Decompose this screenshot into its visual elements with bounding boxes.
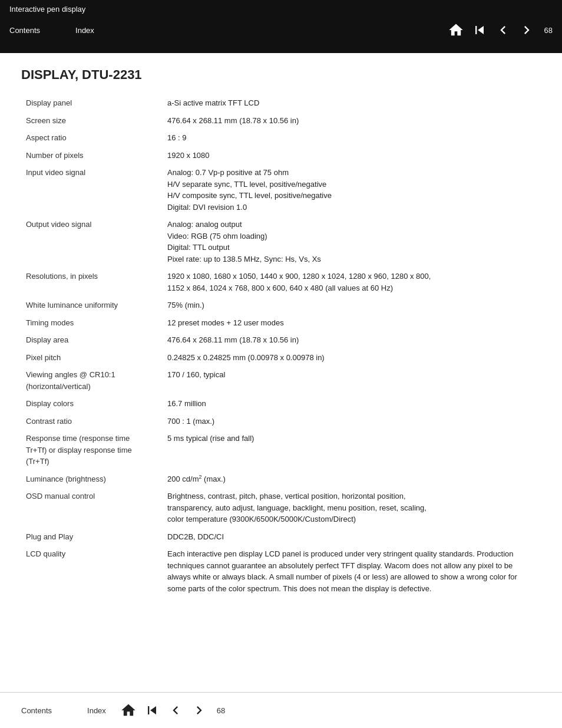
table-row: Resolutions, in pixels1920 x 1080, 1680 … <box>21 268 541 297</box>
spec-table: Display panela-Si active matrix TFT LCDS… <box>21 94 541 597</box>
spec-value: 700 : 1 (max.) <box>163 413 541 430</box>
header-title: Interactive pen display <box>9 5 553 14</box>
spec-label: Display area <box>21 331 163 349</box>
spec-value: Analog: analog outputVideo: RGB (75 ohm … <box>163 216 541 268</box>
spec-label: Timing modes <box>21 314 163 332</box>
header: Interactive pen display Contents Index <box>0 0 562 53</box>
spec-value: 16 : 9 <box>163 129 541 147</box>
spec-label: OSD manual control <box>21 487 163 528</box>
spec-label: Resolutions, in pixels <box>21 268 163 297</box>
table-row: Display colors16.7 million <box>21 395 541 413</box>
spec-label: LCD quality <box>21 545 163 597</box>
spec-value: a-Si active matrix TFT LCD <box>163 94 541 112</box>
spec-label: Contrast ratio <box>21 413 163 430</box>
table-row: OSD manual controlBrightness, contrast, … <box>21 487 541 528</box>
footer-page-number: 68 <box>217 706 225 715</box>
first-page-icon[interactable] <box>469 19 490 41</box>
spec-label: Luminance (brightness) <box>21 470 163 488</box>
spec-label: Screen size <box>21 112 163 130</box>
table-row: Output video signalAnalog: analog output… <box>21 216 541 268</box>
spec-label: Number of pixels <box>21 147 163 164</box>
table-row: Luminance (brightness)200 cd/m2 (max.) <box>21 470 541 488</box>
spec-label: Display panel <box>21 94 163 112</box>
spec-value: 476.64 x 268.11 mm (18.78 x 10.56 in) <box>163 112 541 130</box>
table-row: Response time (response timeTr+Tf) or di… <box>21 430 541 470</box>
spec-label: Display colors <box>21 395 163 413</box>
header-nav-links: Contents Index <box>9 26 94 35</box>
footer-next-page-icon[interactable] <box>189 700 210 721</box>
header-page-number: 68 <box>544 26 553 35</box>
prev-page-icon[interactable] <box>492 19 514 41</box>
spec-value: 0.24825 x 0.24825 mm (0.00978 x 0.00978 … <box>163 349 541 367</box>
spec-label: Input video signal <box>21 164 163 216</box>
table-row: Viewing angles @ CR10:1(horizontal/verti… <box>21 366 541 395</box>
table-row: White luminance uniformity75% (min.) <box>21 297 541 314</box>
table-row: Plug and PlayDDC2B, DDC/CI <box>21 528 541 546</box>
spec-value: Brightness, contrast, pitch, phase, vert… <box>163 487 541 528</box>
spec-label: Pixel pitch <box>21 349 163 367</box>
spec-value: 200 cd/m2 (max.) <box>163 470 541 488</box>
table-row: LCD qualityEach interactive pen display … <box>21 545 541 597</box>
table-row: Input video signalAnalog: 0.7 Vp-p posit… <box>21 164 541 216</box>
footer-prev-page-icon[interactable] <box>165 700 186 721</box>
page-heading: DISPLAY, DTU-2231 <box>21 67 541 83</box>
spec-value: 16.7 million <box>163 395 541 413</box>
spec-label: White luminance uniformity <box>21 297 163 314</box>
table-row: Contrast ratio700 : 1 (max.) <box>21 413 541 430</box>
spec-value: 75% (min.) <box>163 297 541 314</box>
spec-value: 476.64 x 268.11 mm (18.78 x 10.56 in) <box>163 331 541 349</box>
page-wrapper: Interactive pen display Contents Index <box>0 0 562 728</box>
table-row: Display panela-Si active matrix TFT LCD <box>21 94 541 112</box>
table-row: Number of pixels1920 x 1080 <box>21 147 541 164</box>
header-nav: Contents Index 68 <box>9 19 553 41</box>
spec-label: Response time (response timeTr+Tf) or di… <box>21 430 163 470</box>
footer-home-icon[interactable] <box>118 700 139 721</box>
table-row: Screen size476.64 x 268.11 mm (18.78 x 1… <box>21 112 541 130</box>
spec-label: Viewing angles @ CR10:1(horizontal/verti… <box>21 366 163 395</box>
header-nav-icons: 68 <box>445 19 553 41</box>
footer-index-link[interactable]: Index <box>87 706 106 715</box>
footer-nav-links: Contents Index <box>21 706 106 715</box>
table-row: Timing modes12 preset modes + 12 user mo… <box>21 314 541 332</box>
spec-label: Aspect ratio <box>21 129 163 147</box>
spec-value: Each interactive pen display LCD panel i… <box>163 545 541 597</box>
spec-value: 170 / 160, typical <box>163 366 541 395</box>
spec-value: 1920 x 1080 <box>163 147 541 164</box>
footer: Contents Index 68 <box>0 692 562 728</box>
footer-nav-icons: 68 <box>118 700 225 721</box>
footer-first-page-icon[interactable] <box>141 700 163 721</box>
table-row: Aspect ratio16 : 9 <box>21 129 541 147</box>
spec-label: Plug and Play <box>21 528 163 546</box>
spec-value: Analog: 0.7 Vp-p positive at 75 ohmH/V s… <box>163 164 541 216</box>
header-index-link[interactable]: Index <box>75 26 94 35</box>
next-page-icon[interactable] <box>516 19 537 41</box>
spec-value: DDC2B, DDC/CI <box>163 528 541 546</box>
spec-label: Output video signal <box>21 216 163 268</box>
spec-value: 5 ms typical (rise and fall) <box>163 430 541 470</box>
main-content: DISPLAY, DTU-2231 Display panela-Si acti… <box>0 53 562 611</box>
spec-value: 12 preset modes + 12 user modes <box>163 314 541 332</box>
footer-contents-link[interactable]: Contents <box>21 706 52 715</box>
home-icon[interactable] <box>445 19 467 41</box>
header-contents-link[interactable]: Contents <box>9 26 40 35</box>
table-row: Pixel pitch0.24825 x 0.24825 mm (0.00978… <box>21 349 541 367</box>
table-row: Display area476.64 x 268.11 mm (18.78 x … <box>21 331 541 349</box>
spec-value: 1920 x 1080, 1680 x 1050, 1440 x 900, 12… <box>163 268 541 297</box>
